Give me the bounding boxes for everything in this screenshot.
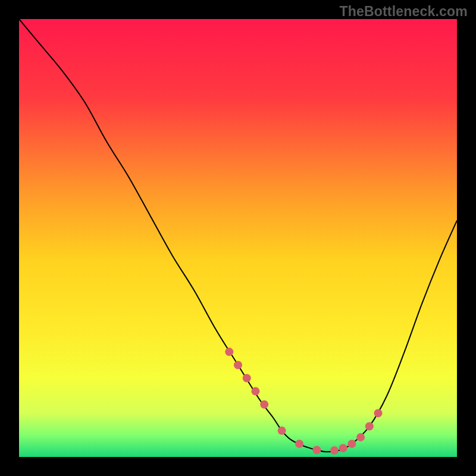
marker-dot (278, 427, 286, 435)
marker-dot (243, 374, 251, 383)
marker-dot (330, 446, 339, 455)
bottleneck-plot (0, 0, 476, 476)
chart-container: TheBottleneck.com (0, 0, 476, 476)
marker-dot (251, 387, 259, 396)
marker-dot (347, 440, 356, 448)
watermark-text: TheBottleneck.com (339, 4, 468, 20)
marker-dot (225, 347, 233, 356)
marker-dot (295, 440, 303, 448)
gradient-background (19, 19, 457, 457)
marker-dot (312, 446, 321, 454)
marker-dot (260, 400, 268, 409)
marker-dot (374, 409, 383, 417)
marker-dot (234, 361, 242, 369)
marker-dot (356, 433, 365, 441)
marker-dot (365, 422, 374, 430)
marker-dot (339, 444, 347, 452)
